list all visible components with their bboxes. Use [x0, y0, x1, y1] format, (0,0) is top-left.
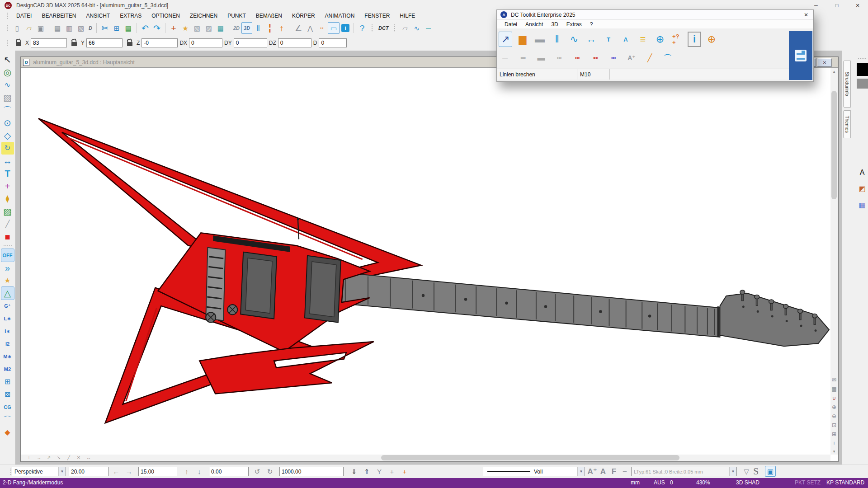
polyline-icon[interactable]: ∿	[567, 32, 581, 47]
line-bluedot-icon[interactable]: ┅	[607, 52, 620, 64]
folder2-icon[interactable]: ▱	[399, 22, 411, 34]
maximize-button[interactable]: □	[826, 0, 847, 11]
point-set-active-icon[interactable]: +	[399, 467, 410, 477]
save-icon[interactable]: ▣	[35, 22, 47, 34]
status-shade-mode[interactable]: 3D SHAD	[736, 479, 760, 486]
dimension-icon[interactable]: ↔	[1, 155, 14, 167]
menu-item[interactable]: HILFE	[395, 12, 420, 20]
vertical-scroll-thumb[interactable]	[831, 91, 837, 199]
tripod-tool-icon[interactable]: ⋀	[304, 22, 316, 34]
nav-right-icon[interactable]: →	[36, 455, 42, 460]
menu-item[interactable]: FENSTER	[359, 12, 395, 20]
paste-icon[interactable]: ▤	[123, 22, 134, 34]
scroll-up-arrow[interactable]: ▴	[833, 68, 835, 75]
menu-item[interactable]: DATEI	[11, 12, 37, 20]
angle-tool-icon[interactable]: ∠	[292, 22, 304, 34]
info-box-icon[interactable]: i	[688, 32, 701, 47]
line-medium-icon[interactable]: ━	[517, 52, 529, 64]
star-new-icon[interactable]: ★	[179, 22, 191, 34]
square-cross-icon[interactable]: ⊞	[1, 375, 14, 388]
line-thick-icon[interactable]: ▬	[535, 52, 547, 64]
undo-icon[interactable]: ↶	[139, 22, 151, 34]
camera-pan-right-icon[interactable]: →	[123, 467, 135, 477]
point-set-icon[interactable]: +	[386, 467, 398, 477]
dash-line-icon[interactable]: ╱	[1, 218, 14, 230]
menu-item[interactable]: ANIMATION	[320, 12, 360, 20]
text-t-icon[interactable]: T	[602, 32, 615, 47]
snap-list-icon[interactable]: ╏	[264, 22, 276, 34]
coord-input[interactable]: -0	[142, 38, 178, 47]
line-style-select[interactable]: Voll ▼	[483, 467, 585, 476]
select-arrow-icon[interactable]: ↖	[1, 53, 14, 66]
open-folder-icon[interactable]: ▱	[23, 22, 35, 34]
status-zoom[interactable]: 430%	[696, 479, 710, 486]
nav-x-icon[interactable]: ✕	[75, 455, 82, 460]
stack-down-icon[interactable]: ⇓	[348, 467, 360, 477]
toolkit-menu-item[interactable]: Extras	[562, 21, 586, 28]
lock-icon[interactable]	[16, 42, 21, 46]
text-a-icon[interactable]: A	[619, 32, 632, 47]
zoom-fit-icon[interactable]: ⊞	[831, 430, 838, 438]
point-cross-icon[interactable]: +	[1, 180, 14, 192]
camera-rotate-ccw-icon[interactable]: ↺	[251, 467, 263, 477]
status-units[interactable]: mm	[631, 479, 640, 486]
arc-points-icon[interactable]: ⌒	[661, 52, 674, 64]
dct-button[interactable]: DCT	[377, 22, 391, 34]
dimension-x-icon[interactable]: ↔	[585, 32, 598, 47]
export-page-icon[interactable]: ▥	[63, 22, 75, 34]
toolkit-menu-item[interactable]: ?	[586, 21, 597, 28]
font-f-icon[interactable]: F	[609, 466, 619, 477]
page-d-icon[interactable]: D	[87, 22, 94, 34]
mode-3d-button[interactable]: 3D	[241, 22, 252, 34]
teal-line-icon[interactable]: ─	[423, 22, 434, 34]
toolkit-title-bar[interactable]: A DC Toolkit Enterprise 2025	[497, 10, 813, 20]
chip-icon[interactable]: ▦	[215, 22, 226, 34]
furniture-icon[interactable]: ▆	[516, 32, 529, 47]
gray-swatch[interactable]	[857, 79, 868, 89]
zoom-window-icon[interactable]: ⊡	[831, 421, 838, 429]
grid-blue-icon[interactable]: ▦	[857, 200, 868, 211]
vertical-scrollbar[interactable]	[830, 75, 838, 375]
lock-icon[interactable]	[71, 42, 77, 46]
rotate-rect-icon[interactable]: ↻	[1, 142, 14, 155]
palette-icon[interactable]: ◩	[857, 183, 868, 194]
box-view-icon[interactable]: ▨	[203, 22, 215, 34]
panel-grip[interactable]	[858, 58, 867, 60]
g-snap-icon[interactable]: G⁺	[1, 300, 14, 312]
line-reddash-icon[interactable]: ╍	[589, 52, 602, 64]
camera-y-icon[interactable]: Y	[373, 467, 385, 477]
polyline-icon[interactable]: ∿	[1, 79, 14, 91]
camera-rotate-cw-icon[interactable]: ↻	[264, 467, 276, 477]
magnet-icon[interactable]: ∪	[831, 394, 838, 402]
toolbar-grip[interactable]	[6, 39, 9, 47]
dash-icon[interactable]: –	[619, 466, 630, 477]
arc-question-icon[interactable]: ⌒	[1, 104, 14, 117]
document-close-button[interactable]: ✕	[817, 58, 832, 66]
nav-fit-icon[interactable]: ↔	[85, 455, 92, 460]
node-link-icon[interactable]: ▪▪	[316, 22, 328, 34]
toolkit-save-panel[interactable]	[789, 31, 812, 80]
gray-bar-icon[interactable]: ▬	[533, 32, 547, 47]
line-reddot-icon[interactable]: ┅	[571, 52, 584, 64]
info-icon[interactable]: i	[341, 24, 349, 32]
cg-snap-icon[interactable]: CG	[1, 401, 14, 413]
menu-item[interactable]: PUNKT	[222, 12, 251, 20]
coord-input[interactable]: 66	[86, 38, 123, 47]
l-snap-icon[interactable]: L∗	[1, 312, 14, 325]
menu-item[interactable]: EXTRAS	[115, 12, 146, 20]
nav-diag-icon[interactable]: ╱	[66, 455, 72, 460]
view-mode-select[interactable]: Perspektive ▼	[12, 467, 66, 476]
toolbar-grip[interactable]	[6, 24, 9, 32]
status-pkt-setz[interactable]: PKT SETZ	[795, 479, 821, 486]
nav-up-icon[interactable]: ↑	[26, 455, 32, 460]
menu-item[interactable]: ANSICHT	[81, 12, 115, 20]
camera-up-icon[interactable]: ↑	[181, 467, 193, 477]
box-3d-icon[interactable]: ▧	[191, 22, 203, 34]
black-swatch[interactable]	[857, 63, 868, 76]
m-snap-icon[interactable]: M∗	[1, 350, 14, 363]
font-plus-icon[interactable]: A⁺	[587, 466, 598, 477]
camera-roll-input[interactable]: 0.00	[209, 467, 249, 476]
status-aus[interactable]: AUS	[654, 479, 665, 486]
pan-icon[interactable]: +	[831, 439, 838, 447]
diamond-icon[interactable]: ◇	[1, 129, 14, 142]
